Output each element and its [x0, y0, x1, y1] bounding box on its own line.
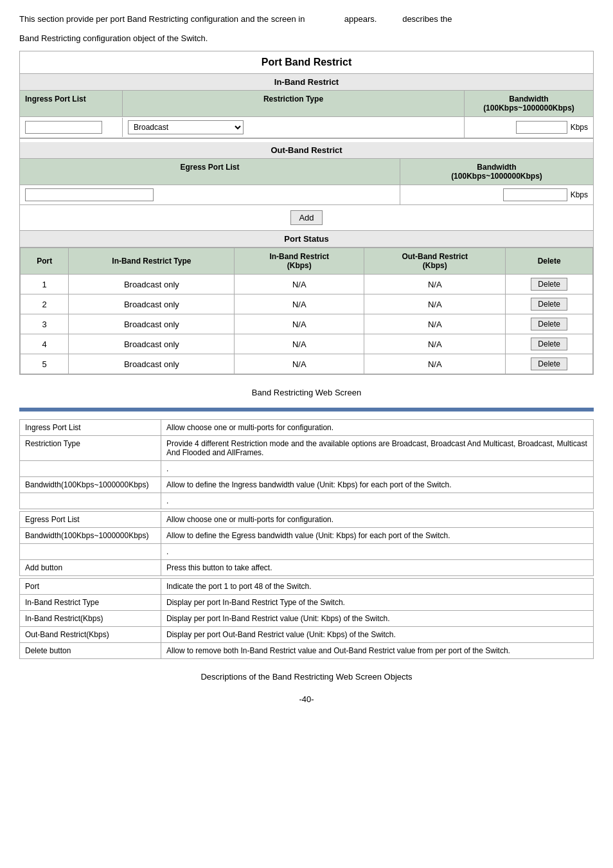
desc-field-name: Ingress Port List: [20, 420, 161, 436]
delete-button-1[interactable]: Delete: [531, 278, 567, 291]
cell-in-band-type: Broadcast only: [69, 354, 235, 374]
out-band-header-row: Egress Port List Bandwidth(100Kbps~10000…: [20, 159, 593, 185]
cell-port: 4: [21, 334, 69, 354]
cell-in-band-kbps: N/A: [235, 334, 364, 354]
port-status-tbody: 1 Broadcast only N/A N/A Delete 2 Broadc…: [21, 275, 593, 374]
list-item: .: [20, 461, 594, 477]
in-band-section-header: In-Band Restrict: [20, 74, 593, 91]
desc-text: Display per port In-Band Restrict value …: [161, 611, 594, 627]
list-item: Add buttonPress this button to take affe…: [20, 560, 594, 576]
desc-text: Indicate the port 1 to port 48 of the Sw…: [161, 579, 594, 595]
cell-in-band-kbps: N/A: [235, 275, 364, 294]
cell-port: 2: [21, 294, 69, 314]
cell-out-band-kbps: N/A: [364, 354, 506, 374]
desc-text: Allow to define the Ingress bandwidth va…: [161, 477, 594, 493]
desc-text: Allow to define the Egress bandwidth val…: [161, 528, 594, 544]
bandwidth-in-input[interactable]: [516, 121, 567, 134]
table-row: 5 Broadcast only N/A N/A Delete: [21, 354, 593, 374]
desc-field-empty: [20, 461, 161, 477]
port-status-header-row: Port In-Band Restrict Type In-Band Restr…: [21, 248, 593, 275]
egress-port-list-header: Egress Port List: [20, 159, 400, 185]
desc-field-name: Out-Band Restrict(Kbps): [20, 627, 161, 643]
restriction-type-header: Restriction Type: [123, 91, 465, 116]
list-item: Restriction TypeProvide 4 different Rest…: [20, 436, 594, 461]
port-status-table: Port In-Band Restrict Type In-Band Restr…: [20, 248, 593, 374]
bandwidth-out-input[interactable]: [503, 188, 567, 201]
cell-out-band-kbps: N/A: [364, 314, 506, 334]
desc-field-name: Delete button: [20, 643, 161, 659]
ingress-port-input[interactable]: [25, 121, 102, 134]
list-item: Delete buttonAllow to remove both In-Ban…: [20, 643, 594, 659]
ingress-port-list-header: Ingress Port List: [20, 91, 123, 116]
in-band-header-row: Ingress Port List Restriction Type Bandw…: [20, 91, 593, 117]
col-in-band-kbps-header: In-Band Restrict(Kbps): [235, 248, 364, 275]
cell-in-band-type: Broadcast only: [69, 275, 235, 294]
desc-text: Allow choose one or multi-ports for conf…: [161, 512, 594, 528]
blue-divider-bar: [19, 408, 594, 411]
port-band-restrict-panel: Port Band Restrict In-Band Restrict Ingr…: [19, 51, 594, 375]
list-item: PortIndicate the port 1 to port 48 of th…: [20, 579, 594, 595]
desc-text-dot: .: [161, 544, 594, 560]
add-button[interactable]: Add: [290, 210, 322, 225]
cell-port: 5: [21, 354, 69, 374]
list-item: Ingress Port ListAllow choose one or mul…: [20, 420, 594, 436]
add-row: Add: [20, 205, 593, 231]
restriction-type-select[interactable]: Broadcast: [128, 120, 244, 134]
table-row: 2 Broadcast only N/A N/A Delete: [21, 294, 593, 314]
cell-delete: Delete: [506, 354, 593, 374]
cell-in-band-type: Broadcast only: [69, 294, 235, 314]
col-out-band-kbps-header: Out-Band Restrict(Kbps): [364, 248, 506, 275]
list-item: Out-Band Restrict(Kbps)Display per port …: [20, 627, 594, 643]
desc-field-empty: [20, 544, 161, 560]
col-in-band-type-header: In-Band Restrict Type: [69, 248, 235, 275]
table-row: 3 Broadcast only N/A N/A Delete: [21, 314, 593, 334]
delete-button-3[interactable]: Delete: [531, 318, 567, 330]
desc-text: Display per port Out-Band Restrict value…: [161, 627, 594, 643]
bandwidth-header-in: Bandwidth(100Kbps~1000000Kbps): [465, 91, 593, 116]
list-item: Bandwidth(100Kbps~1000000Kbps)Allow to d…: [20, 477, 594, 493]
out-band-section-header: Out-Band Restrict: [20, 142, 593, 159]
table-row: 1 Broadcast only N/A N/A Delete: [21, 275, 593, 294]
page-number: -40-: [19, 694, 594, 704]
cell-in-band-kbps: N/A: [235, 354, 364, 374]
table-row: 4 Broadcast only N/A N/A Delete: [21, 334, 593, 354]
kbps-label-in: Kbps: [571, 123, 588, 132]
desc-field-name: Add button: [20, 560, 161, 576]
desc-text-dot: .: [161, 493, 594, 509]
delete-button-5[interactable]: Delete: [531, 357, 567, 370]
list-item: Egress Port ListAllow choose one or mult…: [20, 512, 594, 528]
egress-port-input[interactable]: [25, 188, 154, 201]
cell-in-band-kbps: N/A: [235, 314, 364, 334]
kbps-label-out: Kbps: [571, 190, 588, 199]
desc-field-name: Restriction Type: [20, 436, 161, 461]
delete-button-4[interactable]: Delete: [531, 338, 567, 350]
cell-port: 1: [21, 275, 69, 294]
desc-field-name: Egress Port List: [20, 512, 161, 528]
cell-delete: Delete: [506, 314, 593, 334]
intro-text: This section provide per port Band Restr…: [19, 13, 594, 26]
cell-out-band-kbps: N/A: [364, 334, 506, 354]
bottom-caption: Descriptions of the Band Restricting Web…: [19, 672, 594, 682]
desc-text: Allow to remove both In-Band Restrict va…: [161, 643, 594, 659]
list-item: Bandwidth(100Kbps~1000000Kbps)Allow to d…: [20, 528, 594, 544]
list-item: .: [20, 544, 594, 560]
bandwidth-header-out: Bandwidth(100Kbps~1000000Kbps): [400, 159, 593, 185]
desc-field-name: In-Band Restrict(Kbps): [20, 611, 161, 627]
web-screen-caption: Band Restricting Web Screen: [19, 388, 594, 397]
desc-field-name: Bandwidth(100Kbps~1000000Kbps): [20, 528, 161, 544]
cell-delete: Delete: [506, 334, 593, 354]
cell-out-band-kbps: N/A: [364, 275, 506, 294]
bandwidth-out-container: Kbps: [400, 185, 593, 204]
cell-in-band-type: Broadcast only: [69, 314, 235, 334]
ingress-port-input-container: [20, 118, 123, 137]
desc-field-name: Bandwidth(100Kbps~1000000Kbps): [20, 477, 161, 493]
desc-text-dot: .: [161, 461, 594, 477]
port-status-section-header: Port Status: [20, 231, 593, 248]
desc-field-name: Port: [20, 579, 161, 595]
desc-text: Press this button to take affect.: [161, 560, 594, 576]
delete-button-2[interactable]: Delete: [531, 298, 567, 311]
cell-delete: Delete: [506, 275, 593, 294]
list-item: In-Band Restrict TypeDisplay per port In…: [20, 595, 594, 611]
col-delete-header: Delete: [506, 248, 593, 275]
panel-title: Port Band Restrict: [20, 51, 593, 74]
